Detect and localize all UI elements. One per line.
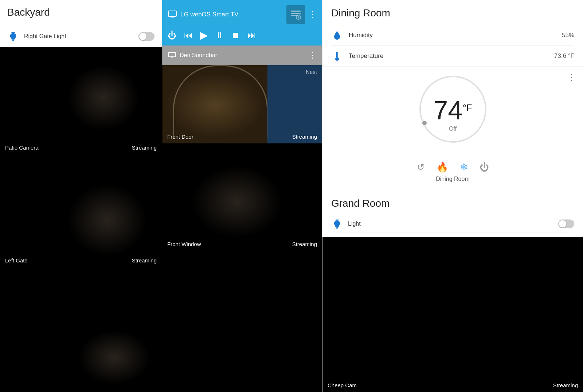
tv-icon: [168, 10, 177, 19]
svg-rect-7: [291, 13, 301, 14]
bottom-left-camera-feed: [0, 267, 162, 392]
svg-rect-11: [168, 52, 176, 57]
media-controls: ⏻ ⏮ ▶ ⏸ ⏹ ⏭: [168, 29, 316, 41]
thermostat-card: ⋮ 74 °F Off ↺ 🔥 ❄ ⏻ Dining Room: [322, 67, 583, 190]
front-window-cam-status: Streaming: [292, 241, 317, 247]
right-gate-light-toggle[interactable]: [138, 32, 154, 41]
grand-cam-glow: [322, 237, 450, 339]
front-window-cam-glow: [191, 165, 282, 238]
pause-button[interactable]: ⏸: [215, 30, 224, 40]
prev-button[interactable]: ⏮: [184, 30, 193, 40]
left-gate-camera-feed: Left Gate Streaming: [0, 154, 162, 267]
humidity-icon: [331, 30, 343, 40]
door-panel: [267, 65, 322, 143]
grand-room-light-name: Light: [348, 221, 558, 227]
media-player-header: LG webOS Smart TV ⋮: [168, 5, 316, 24]
svg-rect-5: [172, 16, 173, 17]
soundbar-row: Den Soundbar ⋮: [162, 45, 322, 65]
right-gate-light-name: Right Gate Light: [24, 33, 138, 40]
svg-rect-2: [12, 40, 14, 41]
thermostat-unit: °F: [462, 102, 472, 114]
next-button[interactable]: ⏭: [247, 30, 256, 40]
media-album-art: [286, 5, 305, 24]
svg-point-17: [422, 121, 427, 125]
thermostat-temperature: 74: [433, 97, 462, 123]
temperature-row: Temperature 73.6 °F: [331, 45, 574, 66]
dining-room-title: Dining Room: [331, 7, 574, 19]
svg-rect-1: [12, 39, 15, 40]
grand-room-card: Grand Room Light: [322, 190, 583, 237]
left-gate-cam-label: Left Gate: [5, 257, 28, 264]
front-door-cam-label: Front Door: [167, 134, 193, 140]
play-button[interactable]: ▶: [200, 29, 208, 41]
left-gate-cam-status: Streaming: [132, 257, 157, 264]
front-door-cam-status: Streaming: [292, 134, 317, 140]
light-bulb-icon: [7, 31, 19, 42]
cast-icon: [168, 51, 176, 59]
grand-cam-status: Streaming: [553, 382, 578, 388]
dining-room-card: Dining Room Humidity 55% Temperature 73.…: [322, 0, 583, 66]
bottom-middle-camera-feed: [162, 251, 322, 392]
thermostat-controls: ↺ 🔥 ❄ ⏻: [331, 162, 574, 173]
svg-rect-12: [171, 57, 173, 58]
patio-cam-label: Patio Camera: [5, 144, 39, 151]
soundbar-more-button[interactable]: ⋮: [308, 51, 316, 60]
patio-cam-glow: [67, 65, 140, 131]
thermostat-status: Off: [449, 126, 457, 132]
svg-rect-15: [337, 52, 337, 58]
soundbar-name: Den Soundbar: [180, 52, 308, 59]
right-column: Dining Room Humidity 55% Temperature 73.…: [322, 0, 583, 392]
svg-point-14: [335, 57, 339, 61]
left-gate-cam-glow: [67, 183, 147, 256]
humidity-value: 55%: [562, 32, 574, 39]
humidity-label: Humidity: [349, 32, 562, 39]
media-player-title: LG webOS Smart TV: [180, 11, 286, 18]
thermostat-off-button[interactable]: ⏻: [480, 162, 489, 173]
left-column: Backyard Right Gate Light Patio Camera S…: [0, 0, 162, 392]
bottom-left-cam-glow: [78, 330, 151, 385]
media-more-button[interactable]: ⋮: [308, 10, 316, 19]
door-scene: [162, 65, 322, 143]
right-gate-light-row: Right Gate Light: [0, 26, 162, 47]
backyard-title: Backyard: [7, 7, 154, 18]
grand-room-light-icon: [331, 218, 343, 230]
patio-cam-status: Streaming: [132, 144, 157, 151]
front-window-camera-feed: Front Window Streaming: [162, 143, 322, 251]
front-door-camera-feed: Nest Front Door Streaming: [162, 65, 322, 143]
stop-button[interactable]: ⏹: [231, 30, 240, 40]
temperature-icon: [331, 51, 343, 61]
thermostat-heat-button[interactable]: 🔥: [437, 162, 448, 173]
svg-rect-19: [336, 227, 339, 227]
bottom-mid-cam-glow: [162, 251, 242, 316]
svg-rect-3: [168, 11, 176, 16]
thermostat-auto-button[interactable]: ↺: [417, 162, 425, 173]
svg-rect-6: [291, 11, 301, 12]
power-button[interactable]: ⏻: [168, 30, 177, 40]
front-window-cam-label: Front Window: [167, 241, 201, 247]
middle-column: LG webOS Smart TV ⋮ ⏻ ⏮ ▶ ⏸ ⏹ ⏭: [162, 0, 322, 392]
humidity-row: Humidity 55%: [331, 25, 574, 45]
svg-rect-18: [335, 219, 339, 220]
backyard-section-header: Backyard: [0, 0, 162, 26]
grand-room-light-row: Light: [331, 215, 574, 233]
patio-camera-feed: Patio Camera Streaming: [0, 47, 162, 154]
grand-room-title: Grand Room: [331, 198, 574, 209]
svg-rect-0: [11, 32, 15, 33]
temperature-label: Temperature: [349, 52, 554, 60]
thermostat-display: 74 °F Off: [331, 73, 574, 157]
thermostat-cool-button[interactable]: ❄: [460, 162, 468, 173]
thermostat-temp-display: 74 °F: [433, 97, 472, 123]
svg-point-10: [298, 16, 299, 18]
media-player-card: LG webOS Smart TV ⋮ ⏻ ⏮ ▶ ⏸ ⏹ ⏭: [162, 0, 322, 45]
grand-cam-label: Cheep Cam: [328, 382, 357, 388]
svg-rect-20: [336, 228, 338, 229]
grand-room-light-toggle[interactable]: [558, 219, 574, 228]
nest-label: Nest: [306, 69, 317, 75]
grand-room-camera-feed: Cheep Cam Streaming: [322, 237, 583, 392]
temperature-value: 73.6 °F: [554, 52, 574, 60]
thermostat-room-label: Dining Room: [331, 176, 574, 182]
